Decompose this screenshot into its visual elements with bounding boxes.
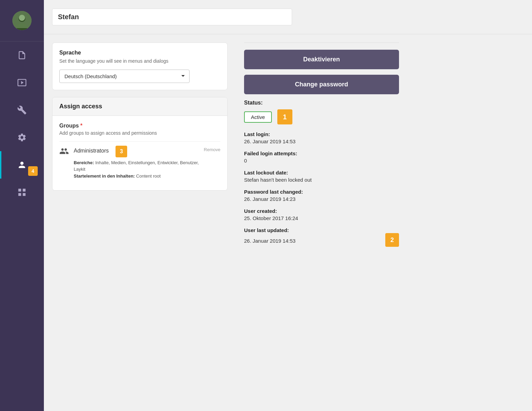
status-badge-1: 1	[277, 109, 292, 124]
gear-icon	[17, 133, 27, 142]
user-updated-label: User last updated:	[244, 227, 399, 233]
last-login-label: Last login:	[244, 131, 399, 137]
group-icon	[59, 146, 69, 157]
deactivate-button[interactable]: Deaktivieren	[244, 50, 399, 69]
avatar-area	[0, 0, 44, 41]
svg-point-4	[19, 15, 25, 21]
assign-access-card: Assign access Groups * Add groups to ass…	[52, 97, 228, 191]
sidebar-item-pages[interactable]	[0, 41, 44, 69]
last-lockout-block: Last lockout date: Stefan hasn't been lo…	[244, 170, 399, 183]
top-divider	[244, 43, 399, 43]
status-section: Status: Active 1	[244, 100, 399, 124]
page-icon	[17, 50, 27, 60]
language-select[interactable]: Deutsch (Deutschland) English (United Ki…	[59, 70, 190, 83]
media-icon	[17, 78, 27, 87]
password-changed-label: Password last changed:	[244, 189, 399, 195]
user-created-value: 25. Oktober 2017 16:24	[244, 215, 399, 221]
user-updated-value: 26. Januar 2019 14:53	[244, 238, 295, 244]
main-content: Stefan Sprache Set the language you will…	[44, 0, 532, 411]
status-badge: Active	[244, 111, 272, 123]
left-panel: Sprache Set the language you will see in…	[44, 34, 236, 411]
groups-desc: Add groups to assign access and permissi…	[59, 130, 220, 136]
language-title: Sprache	[59, 50, 220, 56]
failed-login-label: Failed login attempts:	[244, 150, 399, 156]
remove-group-button[interactable]: Remove	[204, 147, 220, 152]
group-badge-3: 3	[116, 146, 127, 157]
topbar: Stefan	[44, 0, 532, 34]
wrench-icon	[17, 105, 27, 115]
username-input[interactable]: Stefan	[52, 9, 292, 25]
group-name: Administrators	[74, 148, 109, 154]
avatar	[12, 11, 32, 30]
users-badge: 4	[28, 166, 38, 176]
change-password-button[interactable]: Change password	[244, 75, 399, 94]
user-updated-block: User last updated: 26. Januar 2019 14:53…	[244, 227, 399, 247]
group-startelement: Startelement in den Inhalten: Content ro…	[74, 173, 199, 180]
language-desc: Set the language you will see in menus a…	[59, 58, 220, 65]
group-administrators: Administrators 3 Bereiche: Inhalte, Medi…	[59, 141, 220, 184]
users-icon	[17, 160, 27, 170]
nav-items: 4	[0, 41, 44, 411]
right-panel: Deaktivieren Change password Status: Act…	[236, 34, 407, 411]
status-row: Active 1	[244, 109, 399, 124]
last-login-block: Last login: 26. Januar 2019 14:53	[244, 131, 399, 144]
last-lockout-value: Stefan hasn't been locked out	[244, 177, 399, 183]
user-created-label: User created:	[244, 208, 399, 214]
sidebar-item-users[interactable]: 4	[0, 151, 44, 179]
password-changed-value: 26. Januar 2019 14:23	[244, 196, 399, 202]
last-lockout-label: Last lockout date:	[244, 170, 399, 176]
group-bereiche: Bereiche: Inhalte, Medien, Einstellungen…	[74, 159, 199, 173]
grid-icon	[17, 188, 27, 197]
last-login-value: 26. Januar 2019 14:53	[244, 138, 399, 144]
required-indicator: *	[80, 123, 82, 129]
failed-login-value: 0	[244, 158, 399, 164]
group-info: Administrators 3 Bereiche: Inhalte, Medi…	[74, 146, 199, 180]
assign-access-title: Assign access	[59, 103, 220, 110]
sidebar-item-settings[interactable]	[0, 96, 44, 124]
user-created-block: User created: 25. Oktober 2017 16:24	[244, 208, 399, 221]
failed-login-block: Failed login attempts: 0	[244, 150, 399, 164]
language-card: Sprache Set the language you will see in…	[52, 43, 228, 90]
sidebar-item-gear[interactable]	[0, 124, 44, 151]
groups-label: Groups *	[59, 123, 220, 129]
sidebar: 4	[0, 0, 44, 411]
password-changed-block: Password last changed: 26. Januar 2019 1…	[244, 189, 399, 202]
sidebar-item-modules[interactable]	[0, 179, 44, 206]
sidebar-item-media[interactable]	[0, 69, 44, 96]
content-area: Sprache Set the language you will see in…	[44, 34, 532, 411]
user-updated-badge-2: 2	[385, 233, 399, 247]
status-label: Status:	[244, 100, 399, 106]
